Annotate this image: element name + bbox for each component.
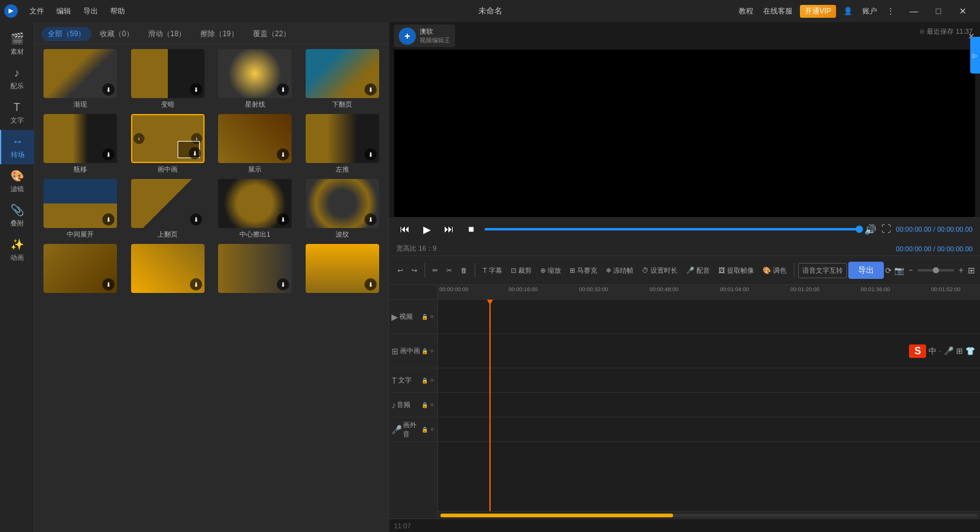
- step-back-button[interactable]: ⏮: [396, 221, 413, 238]
- transition-morph[interactable]: ⬇ 变暗: [127, 49, 209, 109]
- undo-button[interactable]: ↩: [394, 264, 407, 277]
- transition-fade[interactable]: ⬇ 渐现: [39, 49, 122, 109]
- zoom-thumb[interactable]: [933, 267, 939, 273]
- menu-file[interactable]: 文件: [24, 4, 49, 19]
- stop-button[interactable]: ■: [462, 221, 480, 238]
- transition-star[interactable]: ⬇ 星射线: [214, 49, 296, 109]
- download-icon-pip[interactable]: ⬇: [189, 147, 201, 159]
- transition-extra2[interactable]: ⬇: [127, 244, 209, 295]
- dub-button[interactable]: 🎤 配音: [682, 264, 714, 278]
- fullscreen-button[interactable]: ⛶: [881, 224, 891, 235]
- play-button[interactable]: ▶: [418, 221, 435, 238]
- duration-button[interactable]: ⏱ 设置时长: [638, 264, 681, 278]
- redo-button[interactable]: ↪: [408, 264, 421, 277]
- sidebar-item-文字[interactable]: T 文字: [0, 96, 34, 130]
- download-icon-show[interactable]: ⬇: [277, 148, 289, 161]
- zoom-in-btn[interactable]: ＋: [957, 265, 965, 276]
- transition-pip[interactable]: ‹ › ⬇ 画中画: [127, 114, 209, 174]
- progress-thumb[interactable]: [856, 226, 863, 233]
- pip-tool-button[interactable]: ⊞ 马赛克: [566, 264, 601, 278]
- transition-extra4[interactable]: ⬇: [301, 244, 384, 295]
- color-button[interactable]: 🎨 调色: [759, 264, 790, 278]
- delete-button[interactable]: 🗑: [457, 264, 471, 276]
- zoom-out-btn[interactable]: －: [907, 265, 915, 276]
- maximize-button[interactable]: □: [926, 0, 951, 22]
- sidebar-item-叠附[interactable]: 📎 叠附: [0, 199, 34, 233]
- tab-all[interactable]: 全部（59）: [42, 27, 91, 41]
- account-label[interactable]: 账户: [860, 5, 880, 18]
- fit-timeline-btn[interactable]: ⊞: [968, 265, 975, 275]
- minimize-button[interactable]: —: [902, 0, 926, 22]
- pip-vis-icon[interactable]: 👁: [429, 348, 435, 354]
- loop-icon[interactable]: ⟳: [885, 266, 892, 275]
- download-icon-extra3[interactable]: ⬇: [277, 278, 289, 291]
- transition-flip[interactable]: ⬇ 下翻页: [301, 49, 384, 109]
- pen-button[interactable]: ✏: [429, 264, 442, 277]
- close-button[interactable]: ✕: [951, 0, 975, 22]
- video-lock-icon[interactable]: 🔒: [421, 314, 428, 320]
- transition-extra1[interactable]: ⬇: [39, 244, 122, 295]
- download-icon-wipe2[interactable]: ⬇: [277, 213, 289, 226]
- volume-button[interactable]: 🔊: [864, 224, 876, 235]
- video-vis-icon[interactable]: 👁: [429, 314, 435, 320]
- video-track-row[interactable]: [438, 300, 980, 334]
- pip-track-row[interactable]: S 中 · 🎤 ⊞ 👕: [438, 334, 980, 368]
- download-icon-flipup[interactable]: ⬇: [190, 213, 202, 226]
- menu-export[interactable]: 导出: [78, 4, 103, 19]
- sidebar-item-转场[interactable]: ↔ 转场: [0, 130, 34, 164]
- menu-edit[interactable]: 编辑: [51, 4, 76, 19]
- vip-button[interactable]: 开通VIP: [800, 5, 836, 18]
- transition-pan[interactable]: ⬇ 瓶移: [39, 114, 122, 174]
- sidebar-item-滤镜[interactable]: 🎨 滤镜: [0, 164, 34, 199]
- download-icon-morph[interactable]: ⬇: [190, 83, 202, 96]
- transition-expand[interactable]: ⬇ 中间展开: [39, 179, 122, 239]
- step-forward-button[interactable]: ⏭: [440, 221, 458, 238]
- transition-ripple[interactable]: ⬇ 波纹: [301, 179, 384, 239]
- transition-extra3[interactable]: ⬇: [214, 244, 296, 295]
- download-icon-pushL[interactable]: ⬇: [364, 148, 377, 161]
- voiceover-vis-icon[interactable]: 👁: [429, 427, 435, 433]
- download-icon-pan[interactable]: ⬇: [102, 148, 115, 161]
- sidebar-item-动画[interactable]: ✨ 动画: [0, 233, 34, 267]
- audio-vis-icon[interactable]: 👁: [429, 402, 435, 408]
- tab-wipe[interactable]: 擦除（19）: [194, 27, 244, 41]
- download-icon-extra4[interactable]: ⬇: [364, 278, 377, 291]
- download-icon-expand[interactable]: ⬇: [102, 213, 115, 226]
- more-options-icon[interactable]: ⋮: [884, 6, 897, 17]
- tab-slide[interactable]: 滑动（18）: [142, 27, 192, 41]
- speech-button[interactable]: 语音文字互转: [798, 263, 847, 278]
- zoom-button[interactable]: ⊕ 缩放: [537, 264, 565, 278]
- sidebar-item-素材[interactable]: 🎬 素材: [0, 27, 34, 61]
- transition-pushL[interactable]: ⬇ 左推: [301, 114, 384, 174]
- zoom-slider[interactable]: [918, 269, 954, 272]
- transition-wipe2[interactable]: ⬇ 中心擦出1: [214, 179, 296, 239]
- transition-flipup[interactable]: ⬇ 上翻页: [127, 179, 209, 239]
- tutorial-link[interactable]: 教程: [736, 5, 756, 18]
- cut-button[interactable]: ✂: [443, 264, 456, 277]
- scroll-track[interactable]: [440, 514, 978, 517]
- download-icon-extra1[interactable]: ⬇: [102, 278, 115, 291]
- support-link[interactable]: 在线客服: [761, 5, 795, 18]
- text-vis-icon[interactable]: 👁: [429, 378, 435, 384]
- download-icon-flip[interactable]: ⬇: [364, 83, 377, 96]
- prev-transition-arrow[interactable]: ‹: [134, 133, 145, 144]
- audio-track-row[interactable]: [438, 393, 980, 417]
- progress-bar[interactable]: [484, 228, 859, 230]
- download-icon-extra2[interactable]: ⬇: [190, 278, 202, 291]
- export-button[interactable]: 导出: [848, 262, 884, 279]
- menu-help[interactable]: 帮助: [105, 4, 130, 19]
- extract-button[interactable]: 🖼 提取帧像: [715, 264, 758, 278]
- pip-lock-icon[interactable]: 🔒: [421, 348, 428, 354]
- tab-fav[interactable]: 收藏（0）: [94, 27, 140, 41]
- download-icon-ripple[interactable]: ⬇: [364, 213, 377, 226]
- tab-cover[interactable]: 覆盖（22）: [247, 27, 296, 41]
- text-lock-icon[interactable]: 🔒: [421, 378, 428, 384]
- download-icon-star[interactable]: ⬇: [277, 83, 289, 96]
- sidebar-item-配乐[interactable]: ♪ 配乐: [0, 61, 34, 96]
- freeze-button[interactable]: ❄ 冻结帧: [602, 264, 637, 278]
- voiceover-track-row[interactable]: [438, 417, 980, 442]
- download-icon-fade[interactable]: ⬇: [102, 83, 115, 96]
- caption-button[interactable]: T 字幕: [479, 264, 506, 278]
- text-track-row[interactable]: [438, 368, 980, 393]
- snapshot-icon[interactable]: 📷: [894, 266, 904, 275]
